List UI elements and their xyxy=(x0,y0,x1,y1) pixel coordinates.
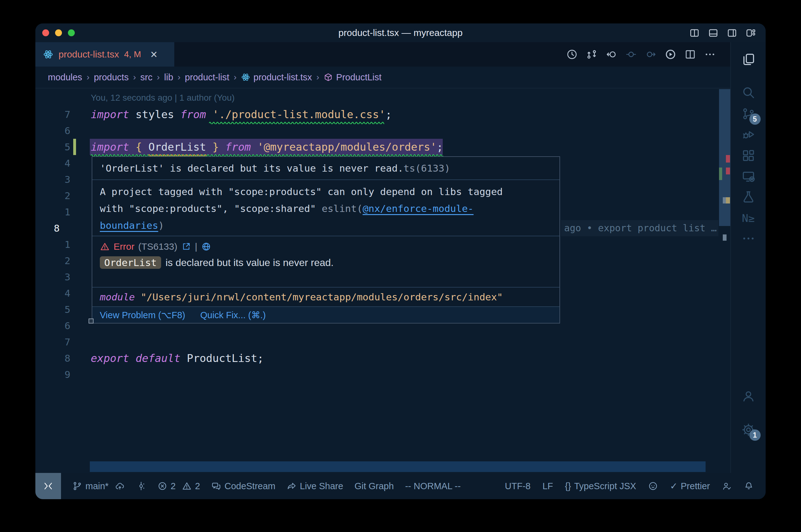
git-blame-annotation: You, 12 seconds ago | 1 author (You) xyxy=(91,93,235,103)
module-path-line: module "/Users/juri/nrwl/content/myreact… xyxy=(92,287,560,306)
current-line-number[interactable]: 8 xyxy=(54,220,79,236)
breadcrumb-item-product-list-tsx[interactable]: product-list.tsx xyxy=(241,72,312,82)
line-number[interactable]: 3 xyxy=(35,171,70,188)
quick-fix-action[interactable]: Quick Fix... (⌘.) xyxy=(200,310,266,320)
line-number[interactable]: 8 xyxy=(35,350,70,366)
external-link-icon[interactable] xyxy=(181,242,191,252)
breadcrumb-item-lib[interactable]: lib xyxy=(164,72,174,82)
squiggly-underline xyxy=(209,120,384,122)
eslint-error-message: A project tagged with "scope:products" c… xyxy=(92,179,560,236)
history-icon[interactable] xyxy=(566,49,578,60)
breadcrumb-item-src[interactable]: src xyxy=(141,72,153,82)
github[interactable] xyxy=(648,481,658,491)
react-icon xyxy=(43,49,54,60)
breadcrumb-separator: › xyxy=(316,72,319,82)
debug-icon[interactable] xyxy=(741,127,756,141)
line-number[interactable]: 7 xyxy=(35,106,70,122)
breadcrumb-item-product-list[interactable]: product-list xyxy=(185,72,229,82)
breadcrumb-separator: › xyxy=(234,72,237,82)
prettier-glyph: ✓ xyxy=(670,481,677,491)
line-number[interactable]: 6 xyxy=(35,122,70,139)
layout-right-icon[interactable] xyxy=(727,27,738,38)
git-branch-icon xyxy=(72,481,82,491)
github-icon xyxy=(648,481,658,491)
breadcrumb-item-modules[interactable]: modules xyxy=(48,72,82,82)
run-circle-icon[interactable] xyxy=(665,49,676,60)
error-detail-section: Error (TS6133) | OrderList is declared b… xyxy=(92,236,560,287)
notifications[interactable] xyxy=(744,481,754,491)
eol[interactable]: LF xyxy=(543,481,553,491)
status-bar: main*22CodeStreamLive ShareGit Graph-- N… xyxy=(35,473,766,499)
titlebar-layout-icons xyxy=(689,23,756,42)
nx-console-icon[interactable]: N≥ xyxy=(741,211,756,225)
line-number[interactable]: 4 xyxy=(35,285,70,301)
bell-icon xyxy=(744,481,754,491)
vim-mode[interactable]: -- NORMAL -- xyxy=(405,481,461,491)
remote-indicator[interactable] xyxy=(35,473,61,499)
layout-left-icon[interactable] xyxy=(689,27,700,38)
line-number[interactable]: 1 xyxy=(35,204,70,220)
encoding[interactable]: UTF-8 xyxy=(505,481,531,491)
line-number[interactable]: 2 xyxy=(35,252,70,269)
more-dots-icon[interactable] xyxy=(704,49,716,60)
search-icon[interactable] xyxy=(741,86,756,100)
git-commit[interactable] xyxy=(136,481,146,491)
layout-bottom-icon[interactable] xyxy=(708,27,719,38)
horizontal-scrollbar[interactable] xyxy=(90,461,706,472)
problems-warnings[interactable]: 2 xyxy=(182,481,200,491)
tab-close-icon[interactable]: × xyxy=(150,49,158,60)
overview-ruler[interactable] xyxy=(718,89,730,473)
extensions-icon[interactable] xyxy=(741,149,756,163)
language-mode-glyph: {} xyxy=(565,481,571,491)
window-title: product-list.tsx — myreactapp xyxy=(35,23,766,42)
problems-errors[interactable]: 2 xyxy=(158,481,176,491)
globe-icon[interactable] xyxy=(201,242,211,252)
line-number[interactable]: 7 xyxy=(35,334,70,350)
code-editor[interactable]: You, 12 seconds ago | 1 author (You) 765… xyxy=(35,89,730,473)
share-icon xyxy=(287,481,297,491)
react-icon xyxy=(241,73,250,82)
live-share[interactable]: Live Share xyxy=(287,481,343,491)
language-mode[interactable]: {}TypeScript JSX xyxy=(565,481,636,491)
nav-back-icon[interactable] xyxy=(605,49,617,60)
source-control-icon[interactable]: 5 xyxy=(741,107,756,121)
gear-icon[interactable]: 1 xyxy=(741,423,756,437)
tab-label: product-list.tsx xyxy=(58,49,119,60)
line-number[interactable]: 4 xyxy=(35,155,70,171)
accounts[interactable] xyxy=(722,481,732,491)
git-graph[interactable]: Git Graph xyxy=(354,481,394,491)
overview-ruler-mark xyxy=(723,197,726,204)
view-problem-action[interactable]: View Problem (⌥F8) xyxy=(100,310,185,320)
line-number[interactable]: 5 xyxy=(35,139,70,155)
code-line[interactable]: export default ProductList; xyxy=(91,350,264,366)
layout-custom-icon[interactable] xyxy=(745,27,756,38)
remote-explorer-icon[interactable] xyxy=(741,169,756,184)
line-number[interactable]: 6 xyxy=(35,318,70,334)
eslint-rule-link[interactable]: @nx/enforce-module- xyxy=(363,203,474,214)
ts-error-message: 'OrderList' is declared but its value is… xyxy=(92,157,560,179)
more-dots-icon[interactable] xyxy=(741,231,756,246)
nav-forward-icon[interactable] xyxy=(645,49,657,60)
prettier[interactable]: ✓Prettier xyxy=(670,481,710,491)
badge: 5 xyxy=(749,113,761,125)
tab-product-list[interactable]: product-list.tsx 4, M × xyxy=(35,42,174,66)
sync-publish[interactable] xyxy=(115,481,125,491)
line-number[interactable]: 1 xyxy=(35,236,70,252)
files-icon[interactable] xyxy=(741,52,756,66)
tooltip-resize-grip[interactable] xyxy=(89,319,94,324)
split-editor-icon[interactable] xyxy=(684,49,696,60)
eslint-rule-link-2[interactable]: boundaries xyxy=(100,220,158,231)
breadcrumb-item-products[interactable]: products xyxy=(94,72,129,82)
codestream[interactable]: CodeStream xyxy=(211,481,275,491)
nav-dot-icon[interactable] xyxy=(625,49,637,60)
breadcrumb-item-productlist[interactable]: ProductList xyxy=(324,72,381,82)
line-number[interactable]: 5 xyxy=(35,301,70,318)
line-number[interactable]: 3 xyxy=(35,269,70,285)
line-number[interactable]: 2 xyxy=(35,188,70,204)
account-icon[interactable] xyxy=(741,389,756,403)
compare-changes-icon[interactable] xyxy=(586,49,598,60)
beaker-icon[interactable] xyxy=(741,190,756,204)
editor-actions xyxy=(566,42,716,66)
git-branch[interactable]: main* xyxy=(72,481,109,491)
line-number[interactable]: 9 xyxy=(35,366,70,383)
